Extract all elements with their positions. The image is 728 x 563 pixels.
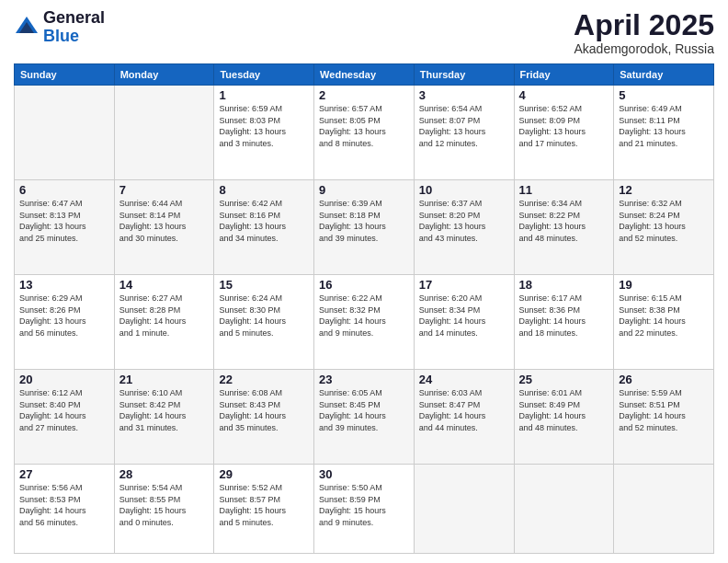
table-row: 12Sunrise: 6:32 AM Sunset: 8:24 PM Dayli… [614,180,714,275]
header: General Blue April 2025 Akademgorodok, R… [14,9,714,56]
day-number: 25 [519,373,609,386]
table-row: 1Sunrise: 6:59 AM Sunset: 8:03 PM Daylig… [214,86,314,180]
logo-general: General [43,9,105,28]
day-info: Sunrise: 5:59 AM Sunset: 8:51 PM Dayligh… [619,387,709,433]
day-number: 3 [419,88,509,102]
table-row: 25Sunrise: 6:01 AM Sunset: 8:49 PM Dayli… [514,370,614,465]
table-row: 15Sunrise: 6:24 AM Sunset: 8:30 PM Dayli… [214,275,314,370]
day-info: Sunrise: 6:27 AM Sunset: 8:28 PM Dayligh… [119,293,210,339]
day-info: Sunrise: 6:52 AM Sunset: 8:09 PM Dayligh… [519,103,609,149]
day-number: 30 [319,467,409,481]
col-saturday: Saturday [614,64,714,86]
day-number: 14 [119,278,210,292]
day-number: 27 [19,467,109,481]
table-row: 21Sunrise: 6:10 AM Sunset: 8:42 PM Dayli… [114,370,214,465]
day-number: 22 [219,373,309,386]
day-number: 13 [19,278,109,292]
table-row: 13Sunrise: 6:29 AM Sunset: 8:26 PM Dayli… [15,275,115,370]
col-friday: Friday [514,64,614,86]
day-info: Sunrise: 6:59 AM Sunset: 8:03 PM Dayligh… [219,103,309,149]
table-row: 4Sunrise: 6:52 AM Sunset: 8:09 PM Daylig… [514,86,614,180]
table-row: 2Sunrise: 6:57 AM Sunset: 8:05 PM Daylig… [314,86,415,180]
calendar-week-row: 1Sunrise: 6:59 AM Sunset: 8:03 PM Daylig… [15,86,714,180]
table-row: 30Sunrise: 5:50 AM Sunset: 8:59 PM Dayli… [314,465,415,554]
table-row: 3Sunrise: 6:54 AM Sunset: 8:07 PM Daylig… [414,86,514,180]
day-info: Sunrise: 6:32 AM Sunset: 8:24 PM Dayligh… [619,198,709,244]
table-row: 29Sunrise: 5:52 AM Sunset: 8:57 PM Dayli… [214,465,314,554]
table-row: 27Sunrise: 5:56 AM Sunset: 8:53 PM Dayli… [15,465,115,554]
day-number: 15 [219,278,309,292]
calendar-week-row: 20Sunrise: 6:12 AM Sunset: 8:40 PM Dayli… [15,370,714,465]
table-row: 14Sunrise: 6:27 AM Sunset: 8:28 PM Dayli… [114,275,214,370]
table-row: 5Sunrise: 6:49 AM Sunset: 8:11 PM Daylig… [614,86,714,180]
logo: General Blue [14,9,105,46]
table-row: 20Sunrise: 6:12 AM Sunset: 8:40 PM Dayli… [15,370,115,465]
day-info: Sunrise: 5:54 AM Sunset: 8:55 PM Dayligh… [119,482,210,528]
table-row: 8Sunrise: 6:42 AM Sunset: 8:16 PM Daylig… [214,180,314,275]
day-number: 18 [519,278,609,292]
table-row: 16Sunrise: 6:22 AM Sunset: 8:32 PM Dayli… [314,275,415,370]
day-number: 2 [319,88,409,102]
calendar-header-row: Sunday Monday Tuesday Wednesday Thursday… [15,64,714,86]
day-info: Sunrise: 6:01 AM Sunset: 8:49 PM Dayligh… [519,387,609,433]
table-row [614,465,714,554]
day-number: 16 [319,278,409,292]
col-wednesday: Wednesday [314,64,415,86]
logo-icon [14,15,40,40]
table-row: 19Sunrise: 6:15 AM Sunset: 8:38 PM Dayli… [614,275,714,370]
col-thursday: Thursday [414,64,514,86]
table-row: 24Sunrise: 6:03 AM Sunset: 8:47 PM Dayli… [414,370,514,465]
table-row: 28Sunrise: 5:54 AM Sunset: 8:55 PM Dayli… [114,465,214,554]
day-number: 21 [119,373,210,386]
day-info: Sunrise: 6:54 AM Sunset: 8:07 PM Dayligh… [419,103,509,149]
table-row: 7Sunrise: 6:44 AM Sunset: 8:14 PM Daylig… [114,180,214,275]
day-number: 8 [219,183,309,197]
day-info: Sunrise: 6:08 AM Sunset: 8:43 PM Dayligh… [219,387,309,433]
day-number: 17 [419,278,509,292]
table-row: 9Sunrise: 6:39 AM Sunset: 8:18 PM Daylig… [314,180,415,275]
day-info: Sunrise: 5:50 AM Sunset: 8:59 PM Dayligh… [319,482,409,528]
col-monday: Monday [114,64,214,86]
day-info: Sunrise: 6:39 AM Sunset: 8:18 PM Dayligh… [319,198,409,244]
day-info: Sunrise: 6:44 AM Sunset: 8:14 PM Dayligh… [119,198,210,244]
day-number: 24 [419,373,509,386]
calendar-week-row: 6Sunrise: 6:47 AM Sunset: 8:13 PM Daylig… [15,180,714,275]
calendar-week-row: 27Sunrise: 5:56 AM Sunset: 8:53 PM Dayli… [15,465,714,554]
day-info: Sunrise: 6:10 AM Sunset: 8:42 PM Dayligh… [119,387,210,433]
day-number: 12 [619,183,709,197]
calendar-table: Sunday Monday Tuesday Wednesday Thursday… [14,63,714,554]
day-number: 9 [319,183,409,197]
table-row: 22Sunrise: 6:08 AM Sunset: 8:43 PM Dayli… [214,370,314,465]
day-info: Sunrise: 6:12 AM Sunset: 8:40 PM Dayligh… [19,387,109,433]
day-info: Sunrise: 6:34 AM Sunset: 8:22 PM Dayligh… [519,198,609,244]
table-row: 17Sunrise: 6:20 AM Sunset: 8:34 PM Dayli… [414,275,514,370]
day-info: Sunrise: 6:03 AM Sunset: 8:47 PM Dayligh… [419,387,509,433]
day-info: Sunrise: 6:22 AM Sunset: 8:32 PM Dayligh… [319,293,409,339]
day-number: 23 [319,373,409,386]
day-number: 10 [419,183,509,197]
day-number: 6 [19,183,109,197]
day-number: 11 [519,183,609,197]
day-info: Sunrise: 5:52 AM Sunset: 8:57 PM Dayligh… [219,482,309,528]
day-info: Sunrise: 6:37 AM Sunset: 8:20 PM Dayligh… [419,198,509,244]
day-info: Sunrise: 6:20 AM Sunset: 8:34 PM Dayligh… [419,293,509,339]
day-number: 5 [619,88,709,102]
logo-blue: Blue [43,28,105,46]
day-info: Sunrise: 6:17 AM Sunset: 8:36 PM Dayligh… [519,293,609,339]
day-info: Sunrise: 6:57 AM Sunset: 8:05 PM Dayligh… [319,103,409,149]
day-info: Sunrise: 6:15 AM Sunset: 8:38 PM Dayligh… [619,293,709,339]
day-info: Sunrise: 5:56 AM Sunset: 8:53 PM Dayligh… [19,482,109,528]
page: General Blue April 2025 Akademgorodok, R… [0,0,728,563]
day-info: Sunrise: 6:29 AM Sunset: 8:26 PM Dayligh… [19,293,109,339]
table-row: 26Sunrise: 5:59 AM Sunset: 8:51 PM Dayli… [614,370,714,465]
day-number: 7 [119,183,210,197]
day-number: 4 [519,88,609,102]
title-location: Akademgorodok, Russia [574,41,714,56]
day-info: Sunrise: 6:47 AM Sunset: 8:13 PM Dayligh… [19,198,109,244]
logo-text: General Blue [43,9,105,46]
day-info: Sunrise: 6:05 AM Sunset: 8:45 PM Dayligh… [319,387,409,433]
col-sunday: Sunday [15,64,115,86]
day-info: Sunrise: 6:24 AM Sunset: 8:30 PM Dayligh… [219,293,309,339]
table-row: 23Sunrise: 6:05 AM Sunset: 8:45 PM Dayli… [314,370,415,465]
table-row: 18Sunrise: 6:17 AM Sunset: 8:36 PM Dayli… [514,275,614,370]
